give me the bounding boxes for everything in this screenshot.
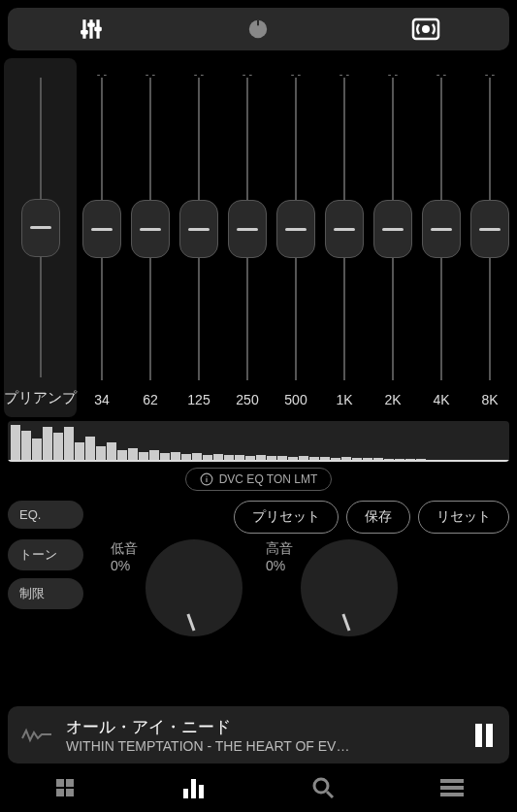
tab-reverb[interactable]: [342, 8, 509, 50]
eq-band-8k[interactable]: - - 8K: [467, 58, 513, 417]
surround-icon: [411, 16, 440, 42]
eq-band-1k[interactable]: - - 1K: [321, 58, 368, 417]
bass-knob[interactable]: [145, 539, 242, 636]
treble-knob[interactable]: [301, 539, 398, 636]
track-subtitle: WITHIN TEMPTATION - THE HEART OF EV…: [66, 738, 459, 754]
svg-rect-19: [183, 789, 188, 798]
svg-rect-1: [90, 19, 93, 39]
save-button[interactable]: 保存: [346, 501, 410, 534]
reset-button[interactable]: リセット: [418, 501, 509, 534]
band-label: 4K: [433, 386, 449, 417]
eq-band-34[interactable]: - - 34: [79, 58, 125, 417]
band-label: 500: [284, 386, 307, 417]
eq-band-125[interactable]: - - 125: [176, 58, 222, 417]
svg-point-22: [314, 779, 328, 793]
equalizer-sliders: プリアンプ - - 34 - - 62 - - 125 - - 250 - - …: [0, 58, 517, 417]
band-label: 2K: [384, 386, 401, 417]
tone-toggle[interactable]: トーン: [8, 539, 83, 570]
svg-point-12: [206, 476, 207, 477]
limit-toggle[interactable]: 制限: [8, 578, 83, 609]
equalizer-icon: [181, 777, 207, 798]
now-playing-bar[interactable]: オール・アイ・ニード WITHIN TEMPTATION - THE HEART…: [8, 706, 509, 763]
nav-library[interactable]: [0, 763, 129, 812]
sliders-icon: [79, 16, 104, 42]
svg-rect-4: [87, 23, 95, 27]
preamp-slider[interactable]: プリアンプ: [4, 58, 77, 417]
eq-band-62[interactable]: - - 62: [127, 58, 174, 417]
info-icon: [200, 472, 213, 486]
svg-rect-15: [56, 779, 64, 787]
svg-line-23: [327, 792, 333, 797]
band-label: 1K: [336, 386, 352, 417]
eq-band-500[interactable]: - - 500: [273, 58, 319, 417]
eq-band-4k[interactable]: - - 4K: [418, 58, 465, 417]
band-label: 8K: [481, 386, 498, 417]
svg-rect-3: [81, 30, 88, 34]
search-icon: [311, 776, 335, 799]
svg-rect-14: [486, 724, 493, 747]
svg-rect-21: [199, 785, 204, 798]
tab-equalizer[interactable]: [8, 8, 175, 50]
svg-point-9: [422, 25, 430, 33]
nav-menu[interactable]: [388, 763, 517, 812]
svg-rect-26: [440, 793, 464, 796]
nav-equalizer[interactable]: [129, 763, 258, 812]
waveform-icon: [21, 727, 52, 744]
hamburger-icon: [440, 778, 464, 797]
svg-rect-7: [258, 20, 260, 26]
treble-label: 高音0%: [266, 539, 293, 574]
band-label: 62: [143, 386, 158, 417]
grid-icon: [53, 776, 77, 799]
band-label: 250: [236, 386, 258, 417]
bass-label: 低音0%: [111, 539, 138, 574]
eq-band-250[interactable]: - - 250: [224, 58, 271, 417]
nav-search[interactable]: [259, 763, 388, 812]
preamp-label: プリアンプ: [4, 383, 77, 417]
pause-icon[interactable]: [472, 722, 496, 749]
band-label: 34: [94, 386, 110, 417]
top-tabs: [8, 8, 509, 50]
tab-volume[interactable]: [175, 8, 341, 50]
svg-rect-17: [56, 789, 64, 796]
status-text: DVC EQ TON LMT: [219, 472, 318, 486]
svg-rect-0: [82, 19, 85, 39]
svg-rect-25: [440, 786, 464, 790]
svg-rect-18: [66, 789, 74, 796]
track-title: オール・アイ・ニード: [66, 716, 459, 738]
bottom-nav: [0, 763, 517, 812]
eq-band-2k[interactable]: - - 2K: [370, 58, 416, 417]
svg-rect-20: [191, 779, 196, 798]
svg-rect-16: [66, 779, 74, 787]
knob-icon: [247, 18, 269, 40]
eq-toggle[interactable]: EQ.: [8, 501, 83, 529]
band-label: 125: [187, 386, 210, 417]
svg-rect-24: [440, 779, 464, 783]
svg-rect-13: [475, 724, 482, 747]
svg-rect-5: [94, 27, 102, 31]
spectrum-visualizer: [8, 421, 509, 462]
status-chip[interactable]: DVC EQ TON LMT: [185, 468, 333, 491]
preset-button[interactable]: プリセット: [234, 501, 339, 534]
